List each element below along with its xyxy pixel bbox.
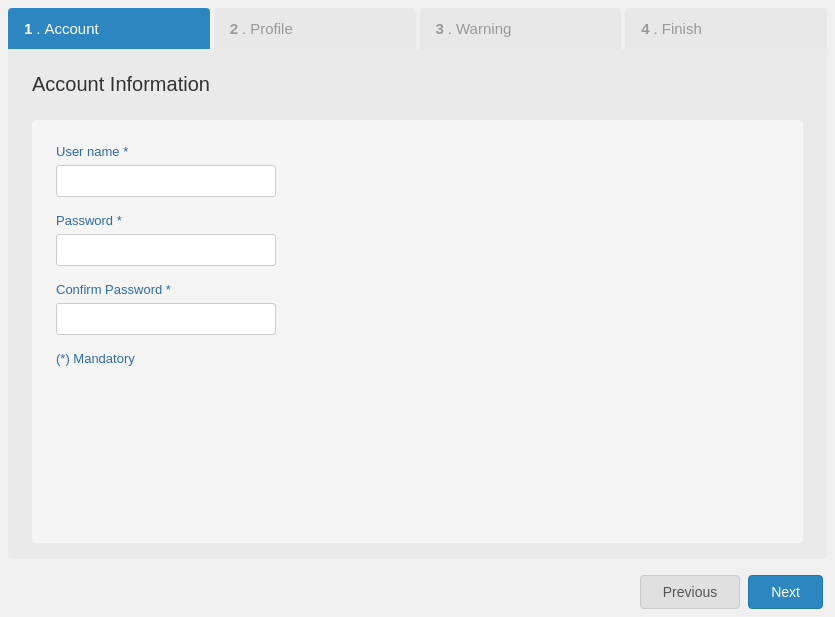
- step-number-warning: 3: [436, 20, 444, 37]
- step-number-profile: 2: [230, 20, 238, 37]
- previous-button[interactable]: Previous: [640, 575, 740, 609]
- steps-bar: 1 . Account 2 . Profile 3 . Warning 4 . …: [0, 0, 835, 49]
- section-title: Account Information: [32, 73, 803, 96]
- required-star-password: *: [117, 213, 122, 228]
- step-separator-account: .: [36, 20, 40, 37]
- label-username: User name *: [56, 144, 779, 159]
- step-label-finish: Finish: [662, 20, 702, 37]
- step-tab-profile[interactable]: 2 . Profile: [214, 8, 416, 49]
- confirm-password-input[interactable]: [56, 303, 276, 335]
- password-input[interactable]: [56, 234, 276, 266]
- step-tab-account[interactable]: 1 . Account: [8, 8, 210, 49]
- form-group-password: Password *: [56, 213, 779, 266]
- step-tab-finish[interactable]: 4 . Finish: [625, 8, 827, 49]
- required-star-confirm-password: *: [166, 282, 171, 297]
- step-label-profile: Profile: [250, 20, 293, 37]
- mandatory-note: (*) Mandatory: [56, 351, 779, 366]
- next-button[interactable]: Next: [748, 575, 823, 609]
- step-number-finish: 4: [641, 20, 649, 37]
- step-separator-finish: .: [654, 20, 658, 37]
- step-label-warning: Warning: [456, 20, 511, 37]
- form-group-username: User name *: [56, 144, 779, 197]
- step-separator-warning: .: [448, 20, 452, 37]
- main-content: Account Information User name * Password…: [8, 49, 827, 559]
- required-star-username: *: [123, 144, 128, 159]
- form-inner: User name * Password * Confirm Password …: [32, 120, 803, 543]
- step-separator-profile: .: [242, 20, 246, 37]
- step-tab-warning[interactable]: 3 . Warning: [420, 8, 622, 49]
- username-input[interactable]: [56, 165, 276, 197]
- footer-bar: Previous Next: [0, 567, 835, 617]
- step-number-account: 1: [24, 20, 32, 37]
- label-password: Password *: [56, 213, 779, 228]
- form-group-confirm-password: Confirm Password *: [56, 282, 779, 335]
- step-label-account: Account: [45, 20, 99, 37]
- label-confirm-password: Confirm Password *: [56, 282, 779, 297]
